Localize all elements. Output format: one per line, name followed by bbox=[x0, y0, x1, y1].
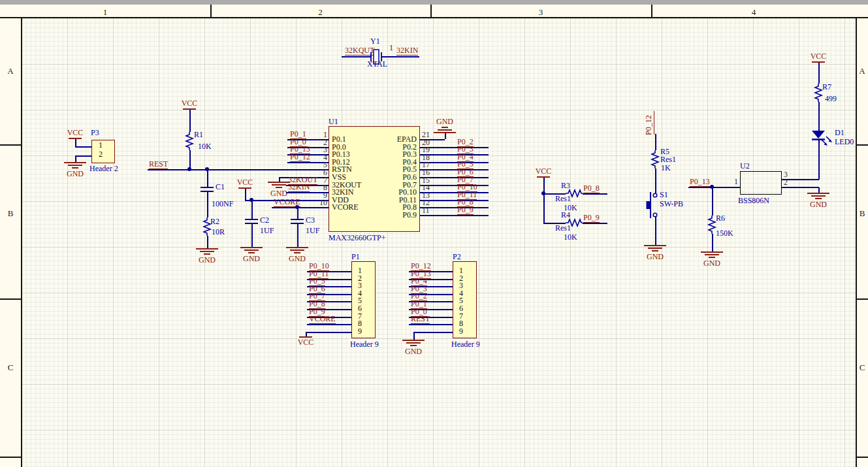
c1-value[interactable]: 100NF bbox=[212, 200, 233, 208]
net-label[interactable]: P0_9 bbox=[457, 206, 474, 215]
c2-capacitor-symbol[interactable] bbox=[245, 219, 258, 220]
net-label-p0-13[interactable]: P0_13 bbox=[690, 178, 710, 187]
r5-value[interactable]: 1K bbox=[661, 164, 671, 172]
c3-value[interactable]: 1UF bbox=[306, 227, 319, 235]
net-label-p0-8[interactable]: P0_8 bbox=[583, 184, 600, 193]
wire[interactable] bbox=[818, 63, 820, 84]
wire[interactable] bbox=[782, 187, 819, 188]
net-label[interactable]: VCORE bbox=[309, 315, 336, 324]
wire[interactable] bbox=[429, 139, 445, 140]
net-label-p0-9[interactable]: P0_9 bbox=[583, 214, 600, 223]
r6-resistor-symbol[interactable] bbox=[707, 216, 716, 234]
wire[interactable] bbox=[712, 187, 713, 216]
wire[interactable] bbox=[342, 56, 372, 57]
p2-body[interactable] bbox=[453, 261, 477, 338]
r3-type[interactable]: Res1 bbox=[555, 195, 571, 203]
p3-part[interactable]: Header 2 bbox=[89, 165, 118, 173]
wire[interactable] bbox=[583, 193, 607, 195]
wire[interactable] bbox=[207, 236, 208, 248]
vcc-power-symbol[interactable]: VCC bbox=[62, 129, 88, 139]
p2-designator[interactable]: P2 bbox=[453, 253, 461, 261]
r6-designator[interactable]: R6 bbox=[716, 214, 725, 223]
r7-resistor-symbol[interactable] bbox=[814, 84, 823, 102]
u1-part[interactable]: MAX32660GTP+ bbox=[329, 234, 385, 242]
d1-value[interactable]: LED0 bbox=[835, 138, 854, 146]
wire[interactable] bbox=[409, 324, 453, 325]
wire[interactable] bbox=[189, 110, 191, 132]
wire[interactable] bbox=[429, 215, 489, 216]
wire[interactable] bbox=[543, 193, 545, 223]
r3-designator[interactable]: R3 bbox=[561, 182, 570, 190]
u2-body[interactable] bbox=[740, 171, 782, 195]
u2-part[interactable]: BSS806N bbox=[738, 197, 769, 205]
p1-part[interactable]: Header 9 bbox=[350, 340, 379, 349]
d1-designator[interactable]: D1 bbox=[835, 129, 844, 137]
r1-designator[interactable]: R1 bbox=[194, 131, 203, 139]
vcc-power-symbol[interactable]: VCC bbox=[176, 99, 202, 110]
r4-type[interactable]: Res1 bbox=[555, 224, 571, 233]
r7-designator[interactable]: R7 bbox=[822, 83, 831, 91]
p3-designator[interactable]: P3 bbox=[91, 129, 99, 137]
u2-designator[interactable]: U2 bbox=[740, 162, 750, 170]
c2-value[interactable]: 1UF bbox=[260, 227, 274, 235]
c2-designator[interactable]: C2 bbox=[260, 216, 269, 225]
wire[interactable] bbox=[413, 332, 415, 340]
r6-value[interactable]: 150K bbox=[716, 229, 733, 238]
wire[interactable] bbox=[287, 162, 319, 163]
r7-value[interactable]: 499 bbox=[825, 95, 837, 103]
wire[interactable] bbox=[251, 200, 253, 219]
wire[interactable] bbox=[306, 332, 351, 333]
wire[interactable] bbox=[75, 155, 76, 162]
wire[interactable] bbox=[207, 192, 208, 217]
p1-body[interactable] bbox=[351, 261, 376, 338]
wire[interactable] bbox=[148, 169, 319, 170]
wire[interactable] bbox=[413, 332, 453, 333]
r5-resistor-symbol[interactable] bbox=[651, 150, 660, 169]
r4-value[interactable]: 10K bbox=[564, 233, 577, 242]
wire[interactable] bbox=[251, 224, 253, 247]
wire[interactable] bbox=[307, 324, 351, 325]
net-label-32kin[interactable]: 32KIN bbox=[288, 183, 310, 192]
c1-capacitor-symbol[interactable] bbox=[201, 187, 214, 188]
r1-resistor-symbol[interactable] bbox=[185, 132, 194, 150]
d1-led-symbol[interactable] bbox=[808, 128, 837, 150]
wire[interactable] bbox=[297, 224, 298, 247]
c3-capacitor-symbol[interactable] bbox=[291, 219, 304, 220]
net-label-32kin[interactable]: 32KIN bbox=[396, 46, 418, 56]
net-label-rest[interactable]: REST bbox=[149, 160, 168, 169]
wire[interactable] bbox=[655, 169, 656, 193]
wire[interactable] bbox=[189, 150, 191, 169]
wire[interactable] bbox=[818, 140, 820, 180]
wire[interactable] bbox=[583, 223, 607, 224]
r2-value[interactable]: 10R bbox=[212, 228, 225, 236]
p2-part[interactable]: Header 9 bbox=[451, 340, 480, 349]
net-label[interactable]: P0_12 bbox=[290, 153, 310, 162]
u1-designator[interactable]: U1 bbox=[329, 118, 338, 126]
wire[interactable] bbox=[445, 133, 446, 139]
wire[interactable] bbox=[75, 155, 92, 157]
vcc-power-symbol[interactable]: VCC bbox=[805, 52, 831, 63]
wire[interactable] bbox=[245, 189, 246, 200]
vcc-power-symbol[interactable]: VCC bbox=[293, 336, 319, 347]
p1-designator[interactable]: P1 bbox=[351, 253, 360, 261]
wire[interactable] bbox=[712, 234, 713, 251]
wire[interactable] bbox=[818, 102, 820, 131]
wire[interactable] bbox=[655, 217, 656, 245]
r1-value[interactable]: 10K bbox=[198, 142, 212, 151]
y1-part[interactable]: XTAL bbox=[367, 60, 387, 69]
wire[interactable] bbox=[381, 56, 419, 57]
vcc-power-symbol[interactable]: VCC bbox=[530, 167, 556, 178]
wire[interactable] bbox=[655, 134, 656, 150]
wire[interactable] bbox=[75, 146, 92, 148]
net-label[interactable]: REST bbox=[411, 315, 430, 324]
c3-designator[interactable]: C3 bbox=[306, 216, 315, 225]
s1-part[interactable]: SW-PB bbox=[660, 200, 683, 208]
wire[interactable] bbox=[75, 139, 76, 146]
net-label-p0-12[interactable]: P0_12 bbox=[645, 110, 653, 135]
wire[interactable] bbox=[688, 187, 740, 188]
wire[interactable] bbox=[207, 169, 208, 187]
s1-designator[interactable]: S1 bbox=[660, 191, 668, 199]
r4-designator[interactable]: R4 bbox=[561, 211, 570, 219]
r2-designator[interactable]: R2 bbox=[210, 217, 219, 226]
y1-designator[interactable]: Y1 bbox=[370, 37, 380, 46]
